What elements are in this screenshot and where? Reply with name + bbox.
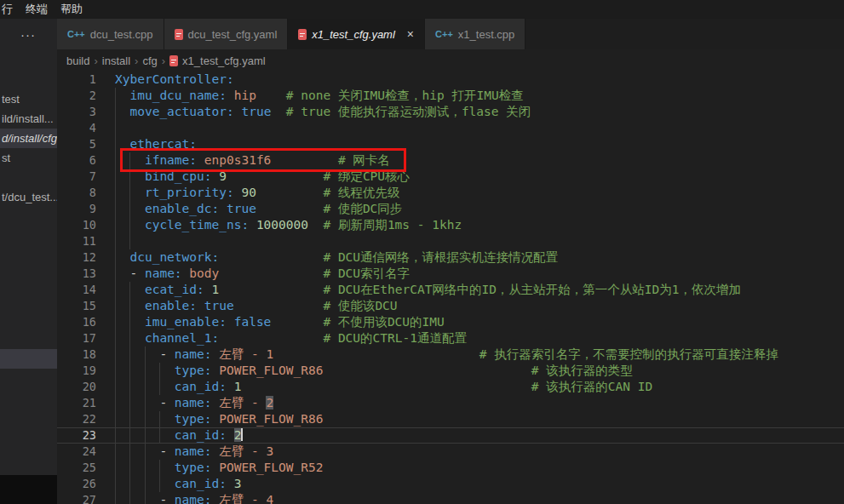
- sidebar-list-item[interactable]: d/install/cfg: [0, 129, 57, 148]
- close-icon[interactable]: ×: [407, 27, 414, 41]
- line-number: 13: [57, 266, 96, 282]
- code-line[interactable]: 20 can_id: 1# 该执行器的CAN ID: [57, 379, 844, 395]
- token: :: [212, 331, 220, 345]
- line-content: ecat_id: 1# DCU在EtherCAT网络中的ID，从主站开始，第一个…: [115, 282, 844, 298]
- code-line[interactable]: 3 move_actuator: true# true 使能执行器运动测试，fl…: [57, 104, 844, 120]
- token: [197, 153, 204, 167]
- token: :: [227, 105, 234, 118]
- code-line[interactable]: 15 enable: true# 使能该DCU: [57, 298, 844, 314]
- menu-item-help[interactable]: 帮助: [53, 2, 90, 17]
- code-line[interactable]: 6 ifname: enp0s31f6# 网卡名: [57, 152, 844, 169]
- comment: # 该执行器的类型: [531, 363, 633, 379]
- token: :: [219, 477, 227, 490]
- line-content: ifname: enp0s31f6# 网卡名: [115, 152, 844, 169]
- code-line[interactable]: 25 type: POWER_FLOW_R52: [57, 460, 844, 476]
- sidebar-list-item[interactable]: t/dcu_test...: [0, 187, 57, 207]
- line-number: 1: [57, 72, 96, 88]
- token: true: [204, 299, 234, 312]
- token: rt_priority: [145, 186, 227, 199]
- line-text: cycle_time_ns: 1000000: [115, 218, 308, 232]
- tab-dcu_test.cpp[interactable]: C++dcu_test.cpp: [57, 19, 164, 49]
- line-text: enable_dc: true: [115, 202, 256, 215]
- breadcrumb-segment[interactable]: install: [102, 54, 130, 67]
- line-text: bind_cpu: 9: [115, 169, 227, 183]
- comment: # 执行器索引名字，不需要控制的执行器可直接注释掉: [479, 346, 778, 363]
- token: -: [159, 347, 174, 361]
- code-line[interactable]: 21 - name: 左臂 - 2: [57, 395, 844, 411]
- code-line[interactable]: 7 bind_cpu: 9# 绑定CPU核心: [57, 169, 844, 185]
- line-text: ethercat:: [115, 137, 197, 151]
- token: ecat_id: [145, 283, 197, 296]
- token: bind_cpu: [145, 169, 204, 183]
- token: :: [189, 137, 197, 151]
- token: 1000000: [256, 218, 308, 232]
- code-line[interactable]: 1XyberController:: [57, 72, 844, 88]
- code-line[interactable]: 9 enable_dc: true# 使能DC同步: [57, 201, 844, 217]
- token: [197, 299, 204, 312]
- token: can_id: [175, 428, 219, 442]
- code-line[interactable]: 23 can_id: 2: [57, 427, 844, 444]
- token: :: [204, 364, 212, 377]
- token: [227, 315, 234, 329]
- tab-x1_test.cpp[interactable]: C++x1_test.cpp: [425, 19, 525, 49]
- line-text: can_id: 1: [115, 380, 241, 393]
- line-text: imu_enable: false: [115, 315, 271, 329]
- line-number: 21: [57, 395, 96, 411]
- token: -: [159, 444, 174, 458]
- tab-dcu_test_cfg.yaml[interactable]: dcu_test_cfg.yaml: [164, 19, 289, 49]
- sidebar-list-item[interactable]: test: [0, 89, 57, 109]
- menu-item-terminal[interactable]: 终端: [18, 2, 55, 17]
- code-line[interactable]: 22 type: POWER_FLOW_R86: [57, 411, 844, 427]
- line-text: - name: body: [115, 266, 219, 280]
- token: 左臂 - 3: [219, 444, 273, 458]
- token: :: [219, 380, 227, 393]
- token: can_id: [175, 380, 219, 393]
- token: :: [219, 428, 227, 442]
- tab-label: x1_test.cpp: [458, 28, 515, 41]
- code-line[interactable]: 26 can_id: 3: [57, 476, 844, 492]
- tab-bar: C++dcu_test.cppdcu_test_cfg.yamlx1_test_…: [57, 19, 844, 49]
- code-line[interactable]: 10 cycle_time_ns: 1000000# 刷新周期1ms - 1kh…: [57, 217, 844, 233]
- tab-x1_test_cfg.yaml[interactable]: x1_test_cfg.yaml×: [288, 19, 425, 49]
- token: name: [175, 396, 204, 410]
- more-actions-icon[interactable]: ···: [20, 27, 36, 42]
- code-line[interactable]: 16 imu_enable: false# 不使用该DCU的IMU: [57, 314, 844, 330]
- breadcrumb-file[interactable]: x1_test_cfg.yaml: [182, 54, 266, 67]
- code-line[interactable]: 4: [57, 120, 844, 136]
- code-line[interactable]: 18 - name: 左臂 - 1# 执行器索引名字，不需要控制的执行器可直接注…: [57, 346, 844, 363]
- sidebar-header: ···: [0, 19, 57, 49]
- line-text: can_id: 3: [115, 477, 241, 490]
- code-line[interactable]: 2 imu_dcu_name: hip# none 关闭IMU检查，hip 打开…: [57, 88, 844, 104]
- comment: # DCU通信网络，请根据实机连接情况配置: [323, 249, 558, 266]
- breadcrumb-segment[interactable]: build: [66, 54, 89, 67]
- token: type: [175, 461, 204, 474]
- line-content: type: POWER_FLOW_R86: [115, 411, 844, 427]
- token: enable: [145, 299, 189, 312]
- code-line[interactable]: 13 - name: body# DCU索引名字: [57, 266, 844, 282]
- sidebar-list-item[interactable]: ild/install...: [0, 109, 57, 129]
- code-line[interactable]: 27 - name: 左臂 - 4: [57, 492, 844, 504]
- token: :: [189, 299, 197, 312]
- code-line[interactable]: 8 rt_priority: 90# 线程优先级: [57, 185, 844, 201]
- token: [212, 444, 220, 458]
- line-number: 25: [57, 460, 96, 476]
- code-line[interactable]: 12 dcu_network:# DCU通信网络，请根据实机连接情况配置: [57, 249, 844, 266]
- breadcrumb-segment[interactable]: cfg: [142, 54, 157, 67]
- sidebar-list-item[interactable]: st: [0, 148, 57, 168]
- code-line[interactable]: 11: [57, 233, 844, 249]
- line-content: - name: 左臂 - 1# 执行器索引名字，不需要控制的执行器可直接注释掉: [115, 346, 844, 363]
- code-line[interactable]: 17 channel_1:# DCU的CTRL-1通道配置: [57, 330, 844, 346]
- token: name: [175, 493, 204, 504]
- code-line[interactable]: 19 type: POWER_FLOW_R86# 该执行器的类型: [57, 363, 844, 379]
- token: POWER_FLOW_R52: [219, 461, 323, 474]
- code-line[interactable]: 24 - name: 左臂 - 3: [57, 444, 844, 460]
- sidebar-selected-row[interactable]: [0, 349, 57, 369]
- token: 9: [219, 169, 227, 183]
- line-number: 26: [57, 476, 96, 492]
- code-line[interactable]: 14 ecat_id: 1# DCU在EtherCAT网络中的ID，从主站开始，…: [57, 282, 844, 298]
- token: [212, 169, 220, 183]
- sidebar-list-item[interactable]: [0, 168, 57, 187]
- token: 1: [234, 380, 242, 393]
- code-line[interactable]: 5 ethercat:: [57, 136, 844, 152]
- line-number: 14: [57, 282, 96, 298]
